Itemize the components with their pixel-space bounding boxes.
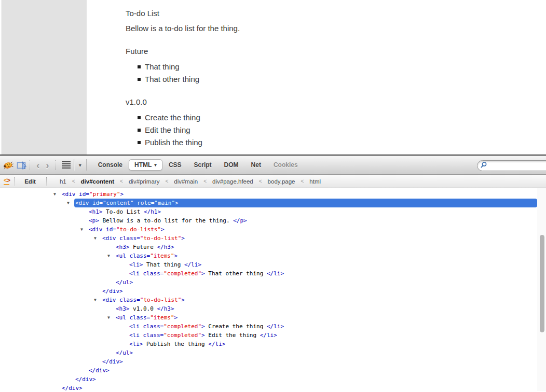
tree-row[interactable]: ▼<div class="to-do-list"> [0,296,546,304]
breadcrumb-item[interactable]: body.page [267,177,296,186]
breadcrumb-item[interactable]: div#main [173,177,199,186]
todo-list-items: Create the thingEdit the thingPublish th… [126,111,240,149]
twisty-icon[interactable]: ▼ [80,225,88,234]
tree-node[interactable]: <div id="primary"> [61,190,125,199]
tab-label: Net [251,161,261,169]
page-content: To-do List Bellow is a to-do list for th… [126,8,240,160]
tree-node[interactable]: </div> [88,366,111,375]
tree-row[interactable]: ▼</ul> [0,348,546,357]
tag-markup: </li> [260,332,277,339]
tree-node[interactable]: <div id="to-do-lists"> [88,225,166,234]
breadcrumb-item[interactable]: div#primary [128,177,160,186]
tree-row[interactable]: ▼</ul> [0,278,546,287]
tag-markup: </h3> [157,305,174,312]
text-node: To-do List [103,208,144,215]
tree-row[interactable]: ▼<li class="completed"> Edit the thing <… [0,331,546,340]
firebug-toolbar: ‹ › ▾ ConsoleHTML▾CSSScriptDOMNetCookies [0,156,546,175]
tree-row[interactable]: ▼</div> [0,357,546,366]
twisty-icon[interactable]: ▼ [107,251,115,260]
tree-row[interactable]: ▼<div id="primary"> [0,190,546,199]
edit-button[interactable]: Edit [21,177,39,186]
inspect-icon[interactable] [17,160,27,170]
tree-node[interactable]: <div class="to-do-list"> [101,234,186,243]
todo-item: That other thing [138,73,240,86]
tree-row[interactable]: ▼</div> [0,366,546,375]
tree-node[interactable]: <ul class="items"> [115,313,179,322]
tree-row[interactable]: ▼<p> Bellow is a to-do list for the thin… [0,216,546,225]
tab-net[interactable]: Net [245,159,267,171]
tree-node[interactable]: </div> [74,375,97,384]
tree-node[interactable]: <li> Publish the thing </li> [128,340,226,348]
tag-markup: </h1> [144,208,161,215]
tree-row[interactable]: ▼<li class="completed"> Create the thing… [0,322,546,331]
panel-tabs: ConsoleHTML▾CSSScriptDOMNetCookies [92,159,304,171]
tree-node[interactable]: <h3> v1.0.0 </h3> [115,304,175,313]
code-brackets-icon[interactable]: <> [4,177,9,185]
tree-node[interactable]: <li class="completed"> Create the thing … [128,322,285,331]
back-icon[interactable]: ‹ [33,160,43,170]
tree-node[interactable]: <li> That thing </li> [128,260,202,269]
options-caret-icon[interactable]: ▾ [74,162,86,168]
tree-node[interactable]: <li class="completed"> That other thing … [128,269,285,278]
crumbbar-separator [46,177,47,186]
twisty-icon[interactable]: ▼ [107,313,115,322]
tag-markup: <div id= [62,191,89,198]
firebug-icon[interactable] [3,161,13,170]
tree-row[interactable]: ▼<li> That thing </li> [0,260,546,269]
tree-row[interactable]: ▼<h1> To-do List </h1> [0,207,546,216]
breadcrumb-item[interactable]: h1 [59,177,67,186]
breadcrumb-item[interactable]: div#content [80,177,116,186]
tab-script[interactable]: Script [188,159,218,171]
tree-row[interactable]: ▼<div class="to-do-list"> [0,234,546,243]
tree-row[interactable]: ▼</div> [0,375,546,384]
panel-list-icon[interactable] [62,161,71,169]
tree-node[interactable]: <p> Bellow is a to-do list for the thing… [88,216,248,225]
search-field[interactable] [477,160,546,171]
tree-row[interactable]: ▼<div id="to-do-lists"> [0,225,546,234]
tab-dom[interactable]: DOM [218,159,245,171]
tree-row[interactable]: ▼<h3> Future </h3> [0,243,546,251]
tree-node[interactable]: </div> [101,287,124,296]
browser-viewport: To-do List Bellow is a to-do list for th… [0,0,546,392]
attr-value: "completed" [163,323,201,330]
twisty-icon[interactable]: ▼ [94,234,101,243]
attr-value: "items" [150,253,174,259]
tree-row[interactable]: ▼<ul class="items"> [0,251,546,260]
tab-console[interactable]: Console [92,159,129,171]
twisty-icon[interactable]: ▼ [53,190,61,199]
tree-row[interactable]: ▼<li> Publish the thing </li> [0,340,546,348]
scrollbar-track[interactable] [538,188,546,391]
tree-node[interactable]: <h1> To-do List </h1> [88,207,162,216]
breadcrumb-separator: < [165,178,168,184]
tree-node[interactable]: </div> [61,384,84,391]
todo-item-label: That thing [145,61,180,73]
text-node: That other thing [205,270,267,277]
twisty-icon[interactable]: ▼ [67,199,74,207]
tab-html[interactable]: HTML▾ [129,159,162,171]
tree-node[interactable]: <h3> Future </h3> [115,243,175,251]
scrollbar-thumb[interactable] [540,235,544,332]
tree-node-selected[interactable]: <div id="content" role="main"> [74,199,537,207]
tree-node[interactable]: <ul class="items"> [115,251,179,260]
tree-row[interactable]: ▼</div> [0,384,546,391]
tab-cookies[interactable]: Cookies [267,159,304,171]
tree-row[interactable]: ▼<div id="content" role="main"> [0,199,546,207]
tree-node[interactable]: </div> [101,357,124,366]
tab-css[interactable]: CSS [162,159,188,171]
breadcrumb-item[interactable]: div#page.hfeed [211,177,254,186]
tree-node[interactable]: <div class="to-do-list"> [101,296,186,304]
breadcrumb-item[interactable]: html [308,177,322,186]
todo-item-label: Publish the thing [145,136,202,149]
tree-row[interactable]: ▼<h3> v1.0.0 </h3> [0,304,546,313]
search-input[interactable] [487,162,546,170]
tree-node[interactable]: </ul> [115,348,134,357]
tree-row[interactable]: ▼</div> [0,287,546,296]
tree-row[interactable]: ▼<li class="completed"> That other thing… [0,269,546,278]
tree-node[interactable]: </ul> [115,278,134,287]
tag-markup: </li> [267,323,284,330]
todo-item-label: That other thing [145,73,199,86]
tree-node[interactable]: <li class="completed"> Edit the thing </… [128,331,278,340]
tree-row[interactable]: ▼<ul class="items"> [0,313,546,322]
twisty-icon[interactable]: ▼ [94,296,101,304]
forward-icon[interactable]: › [43,160,52,170]
